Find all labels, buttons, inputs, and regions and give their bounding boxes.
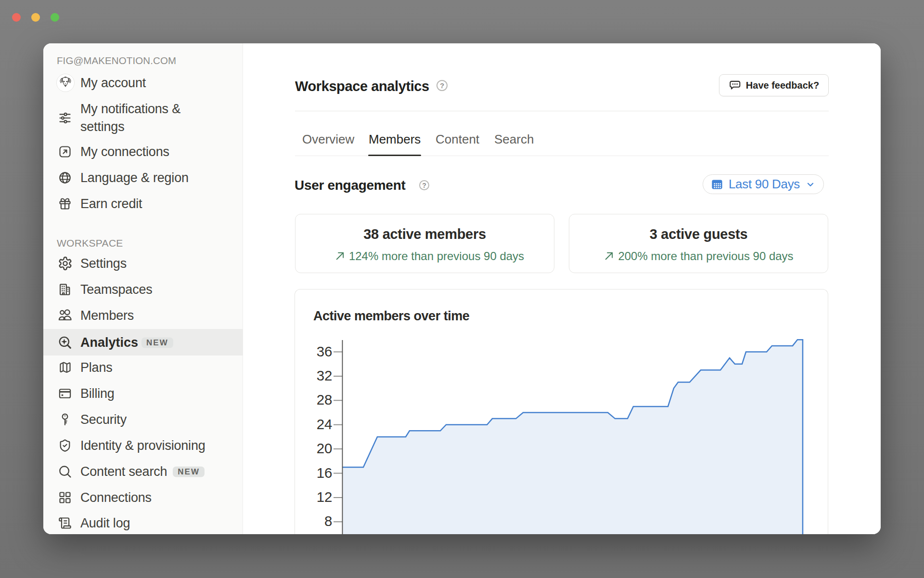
svg-text:24: 24 <box>317 416 333 432</box>
svg-text:16: 16 <box>317 465 333 481</box>
svg-text:28: 28 <box>317 392 333 407</box>
svg-text:36: 36 <box>317 343 333 359</box>
svg-text:32: 32 <box>317 368 333 383</box>
svg-text:12: 12 <box>317 489 333 505</box>
svg-text:20: 20 <box>317 440 333 456</box>
svg-text:8: 8 <box>324 513 332 529</box>
